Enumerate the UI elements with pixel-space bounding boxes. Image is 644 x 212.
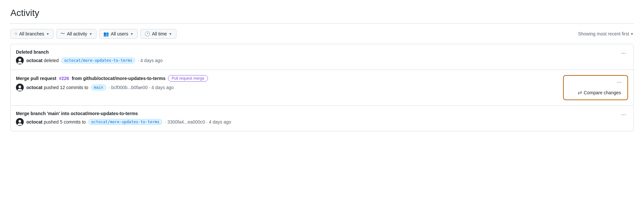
svg-point-0 xyxy=(19,59,21,61)
time-chevron-icon: ▼ xyxy=(169,32,172,36)
item3-body: octocat pushed 5 commits to octocat/more… xyxy=(16,118,231,126)
item1-user: octocat deleted xyxy=(26,58,59,63)
clock-icon: 🕐 xyxy=(145,31,150,36)
item2-title-from: from github/octocat/more-updates-to-term… xyxy=(72,76,166,81)
activity-icon: 〜 xyxy=(60,31,65,37)
activity-list: Deleted branch octocat deleted octocat/m… xyxy=(10,44,634,131)
item2-commit-info: · bcf000b...b0fae00 · 4 days ago xyxy=(109,85,174,90)
compare-popup: ··· ⇄ Compare changes xyxy=(563,75,628,100)
svg-point-1 xyxy=(18,62,22,64)
filters-row: ⑂ All branches ▼ 〜 All activity ▼ 👥 All … xyxy=(10,29,634,39)
item2-title: Merge pull request #226 from github/octo… xyxy=(16,75,563,82)
compare-changes-button[interactable]: ⇄ Compare changes xyxy=(575,88,624,97)
svg-point-2 xyxy=(19,86,21,88)
item2-header: Merge pull request #226 from github/octo… xyxy=(16,75,628,100)
svg-point-4 xyxy=(19,120,21,123)
item3-header: Merge branch 'main' into octocat/more-up… xyxy=(16,111,628,126)
activity-item-merge-branch: Merge branch 'main' into octocat/more-up… xyxy=(11,106,633,131)
item2-menu-button[interactable]: ··· xyxy=(615,78,624,86)
item1-body: octocat deleted octocat/more-updates-to-… xyxy=(16,57,162,64)
sort-dropdown[interactable]: Showing most recent first ▼ xyxy=(578,31,634,36)
item3-title-text: Merge branch 'main' into octocat/more-up… xyxy=(16,111,138,116)
item3-avatar xyxy=(16,118,24,126)
branch-icon: ⑂ xyxy=(15,31,17,36)
item3-content: Merge branch 'main' into octocat/more-up… xyxy=(16,111,231,126)
item1-avatar xyxy=(16,57,24,64)
item1-content: Deleted branch octocat deleted octocat/m… xyxy=(16,49,162,64)
item1-title-text: Deleted branch xyxy=(16,49,49,55)
activity-item-deleted-branch: Deleted branch octocat deleted octocat/m… xyxy=(11,44,633,70)
item3-branch[interactable]: octocat/more-updates-to-terms xyxy=(88,119,162,125)
item1-branch[interactable]: octocat/more-updates-to-terms xyxy=(61,58,135,63)
activity-filter[interactable]: 〜 All activity ▼ xyxy=(56,29,97,39)
item3-right: ··· xyxy=(619,111,628,118)
item3-commit-info: · 3300fa4...ea000c0 · 4 days ago xyxy=(165,119,231,125)
sort-chevron-icon: ▼ xyxy=(630,32,634,36)
item2-avatar xyxy=(16,84,24,91)
item2-user: octocat pushed 12 commits to xyxy=(26,85,88,90)
item2-branch[interactable]: main xyxy=(91,85,106,90)
item1-menu-button[interactable]: ··· xyxy=(619,49,628,57)
svg-point-5 xyxy=(18,123,22,125)
item1-header: Deleted branch octocat deleted octocat/m… xyxy=(16,49,628,64)
activity-filter-label: All activity xyxy=(67,31,87,36)
filters-left: ⑂ All branches ▼ 〜 All activity ▼ 👥 All … xyxy=(10,29,176,39)
users-chevron-icon: ▼ xyxy=(130,32,134,36)
item1-right: ··· xyxy=(619,49,628,57)
branches-filter-label: All branches xyxy=(19,31,44,36)
item3-user: octocat pushed 5 commits to xyxy=(26,119,86,125)
pr-badge: Pull request merge xyxy=(168,75,208,82)
item2-body: octocat pushed 12 commits to main · bcf0… xyxy=(16,84,563,91)
branches-chevron-icon: ▼ xyxy=(46,32,49,36)
compare-icon: ⇄ xyxy=(578,89,582,96)
branches-filter[interactable]: ⑂ All branches ▼ xyxy=(10,29,54,39)
activity-chevron-icon: ▼ xyxy=(89,32,92,36)
item2-content: Merge pull request #226 from github/octo… xyxy=(16,75,563,91)
item2-title-text: Merge pull request xyxy=(16,76,56,81)
sort-label-text: Showing most recent first xyxy=(578,31,629,36)
page-title: Activity xyxy=(10,8,634,18)
time-filter-label: All time xyxy=(152,31,167,36)
item3-menu-button[interactable]: ··· xyxy=(619,111,628,118)
users-icon: 👥 xyxy=(103,31,109,36)
time-filter[interactable]: 🕐 All time ▼ xyxy=(140,29,176,39)
activity-item-merge-pr: Merge pull request #226 from github/octo… xyxy=(11,70,633,106)
section-divider xyxy=(10,23,634,24)
svg-point-3 xyxy=(18,89,22,91)
users-filter[interactable]: 👥 All users ▼ xyxy=(99,29,138,39)
compare-changes-label: Compare changes xyxy=(584,90,621,95)
pr-number-link[interactable]: #226 xyxy=(59,76,69,81)
users-filter-label: All users xyxy=(111,31,128,36)
item1-title: Deleted branch xyxy=(16,49,162,55)
item1-time: · 4 days ago xyxy=(138,58,162,63)
item3-title: Merge branch 'main' into octocat/more-up… xyxy=(16,111,231,116)
